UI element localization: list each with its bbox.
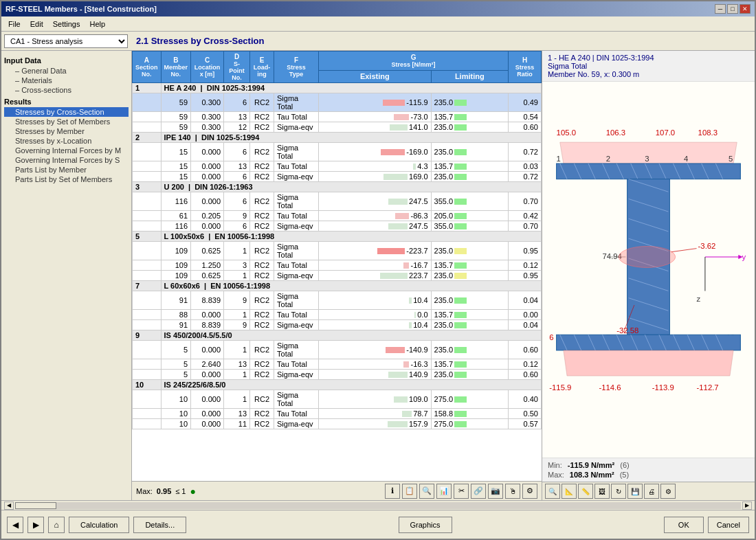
sidebar-item-parts-list-set[interactable]: Parts List by Set of Members	[4, 175, 129, 184]
export-tool-button[interactable]: 💾	[627, 484, 643, 499]
svg-text:-113.9: -113.9	[652, 383, 674, 392]
h-scroll-right-button[interactable]: ▶	[742, 502, 752, 510]
sidebar-item-stresses-x-location[interactable]: Stresses by x-Location	[4, 136, 129, 146]
svg-text:-115.9: -115.9	[549, 383, 571, 392]
footer-icon-group: ℹ 📋 🔍 📊 ✂ 🔗 📷 🖱 ⚙	[385, 484, 537, 499]
nav-home-button[interactable]: ⌂	[48, 517, 65, 533]
info-icon-button[interactable]: ℹ	[385, 484, 400, 499]
col-header-location: C Location x [m]	[191, 52, 224, 83]
cut-icon-button[interactable]: ✂	[454, 484, 469, 499]
sidebar-item-parts-list-member[interactable]: Parts List by Member	[4, 165, 129, 175]
menu-edit[interactable]: Edit	[26, 19, 47, 30]
calculation-button[interactable]: Calculation	[69, 517, 129, 533]
table-row[interactable]: 109 1.250 3 RC2 Tau Total -16.7	[133, 260, 542, 271]
sidebar-item-governing-internal-forces-s[interactable]: Governing Internal Forces by S	[4, 155, 129, 165]
h-scroll-track	[15, 502, 741, 509]
print-tool-button[interactable]: 🖨	[644, 484, 659, 499]
col-header-stresses: G Stress [N/mm²]	[319, 52, 509, 71]
zoom-tool-button[interactable]: 🔍	[545, 484, 560, 499]
sidebar: Input Data – General Data – Materials – …	[1, 51, 132, 500]
main-window: RF-STEEL Members - [Steel Construction] …	[0, 0, 756, 540]
table-row[interactable]: 116 0.000 6 RC2 Sigma-eqv 247.5	[133, 221, 542, 232]
analysis-dropdown[interactable]: CA1 - Stress analysis	[4, 34, 128, 48]
graphics-button[interactable]: Graphics	[399, 517, 452, 533]
nav-prev-button[interactable]: ◀	[7, 517, 23, 533]
sidebar-item-materials[interactable]: – Materials	[4, 76, 129, 85]
table-row[interactable]: 109 0.625 1 RC2 Sigma Total -223.7	[133, 242, 542, 260]
chart-icon-button[interactable]: 📊	[436, 484, 452, 499]
graphic-title-line1: 1 - HE A 240 | DIN 1025-3:1994	[548, 54, 749, 62]
table-row[interactable]: 5 0.000 1 RC2 Sigma-eqv 140.9	[133, 370, 542, 380]
max-value-graphic: 108.3 N/mm²	[570, 471, 614, 479]
col-header-loading: E Load- ing	[250, 52, 274, 83]
table-row[interactable]: 109 0.625 1 RC2 Sigma-eqv 223.7	[133, 271, 542, 281]
svg-text:-3.62: -3.62	[698, 242, 716, 250]
section-title: 2.1 Stresses by Cross-Section	[136, 36, 264, 46]
ok-button[interactable]: OK	[664, 517, 704, 533]
h-scroll-thumb[interactable]	[15, 502, 56, 509]
sidebar-results-section: Results	[4, 98, 129, 106]
settings-tool-button[interactable]: ⚙	[660, 484, 676, 499]
menu-settings[interactable]: Settings	[49, 19, 85, 30]
table-row[interactable]: 91 8.839 9 RC2 Sigma-eqv 10.4	[133, 320, 542, 330]
link-icon-button[interactable]: 🔗	[471, 484, 486, 499]
menu-bar: File Edit Settings Help	[1, 16, 755, 32]
sidebar-item-governing-internal-forces-m[interactable]: Governing Internal Forces by M	[4, 146, 129, 155]
render-tool-button[interactable]: 🖼	[594, 484, 610, 499]
table-row[interactable]: 10 0.000 1 RC2 Sigma Total 109.0	[133, 390, 542, 409]
camera-icon-button[interactable]: 📷	[488, 484, 503, 499]
col-header-spoint: D S-Point No.	[224, 52, 250, 83]
table-row[interactable]: 5 0.000 1 RC2 Sigma Total -140.9	[133, 341, 542, 359]
graphic-max-row: Max: 108.3 N/mm² (5)	[548, 471, 749, 479]
table-row[interactable]: 5 2.640 13 RC2 Tau Total -16.3	[133, 359, 542, 370]
title-controls: ─ □ ✕	[715, 4, 751, 14]
graphic-footer: Min: -115.9 N/mm² (6) Max: 108.3 N/mm² (…	[542, 458, 755, 482]
menu-file[interactable]: File	[4, 19, 25, 30]
table-row[interactable]: 10 0.000 11 RC2 Sigma-eqv 157.9	[133, 419, 542, 429]
table-row[interactable]: 15 0.000 6 RC2 Sigma Total -169.0	[133, 143, 542, 161]
table-wrapper[interactable]: A Section No. B Member No. C	[132, 51, 542, 481]
svg-text:105.0: 105.0	[557, 128, 576, 137]
settings-icon-button[interactable]: ⚙	[522, 484, 537, 499]
mouse-icon-button[interactable]: 🖱	[505, 484, 520, 499]
ruler-tool-button[interactable]: 📏	[578, 484, 593, 499]
sidebar-item-general-data[interactable]: – General Data	[4, 66, 129, 76]
close-button[interactable]: ✕	[740, 4, 751, 14]
cancel-button[interactable]: Cancel	[708, 517, 749, 533]
col-header-limiting: Limiting	[431, 70, 508, 82]
table-row[interactable]: 61 0.205 9 RC2 Tau Total -86.3	[133, 211, 542, 221]
svg-text:-32.58: -32.58	[616, 326, 638, 335]
table-row[interactable]: 15 0.000 6 RC2 Sigma-eqv 169.0	[133, 172, 542, 182]
table-row[interactable]: 59 0.300 13 RC2 Tau Total -73.0	[133, 112, 542, 122]
table-row[interactable]: 59 0.300 12 RC2 Sigma-eqv 141.0	[133, 122, 542, 133]
measure-tool-button[interactable]: 📐	[562, 484, 577, 499]
section-header-2: 2 IPE 140 | DIN 1025-5:1994	[133, 133, 542, 143]
search-icon-button[interactable]: 🔍	[419, 484, 434, 499]
table-row[interactable]: 91 8.839 9 RC2 Sigma Total 10.4	[133, 291, 542, 310]
sidebar-item-stresses-member[interactable]: Stresses by Member	[4, 126, 129, 136]
max-label: Max:	[136, 487, 153, 495]
minimize-button[interactable]: ─	[715, 4, 726, 14]
menu-help[interactable]: Help	[85, 19, 109, 30]
table-row[interactable]: 15 0.000 13 RC2 Tau Total 4.3	[133, 161, 542, 172]
table-row[interactable]: 116 0.000 6 RC2 Sigma Total 247.5	[133, 192, 542, 211]
copy-icon-button[interactable]: 📋	[402, 484, 417, 499]
table-row[interactable]: 59 0.300 6 RC2 Sigma Total -115.9	[133, 93, 542, 112]
sidebar-item-stresses-set-members[interactable]: Stresses by Set of Members	[4, 117, 129, 126]
section-header-7: 7 L 60x60x6 | EN 10056-1:1998	[133, 281, 542, 291]
h-scrollbar[interactable]: ◀ ▶	[1, 500, 755, 510]
sidebar-item-stresses-cross-section[interactable]: Stresses by Cross-Section	[4, 107, 129, 117]
details-button[interactable]: Details...	[133, 517, 186, 533]
rotate-tool-button[interactable]: ↻	[611, 484, 626, 499]
graphic-content: 105.0 106.3 107.0 108.3	[542, 82, 755, 458]
h-scroll-left-button[interactable]: ◀	[4, 502, 14, 510]
section-header-3: 3 U 200 | DIN 1026-1:1963	[133, 182, 542, 192]
sidebar-item-cross-sections[interactable]: – Cross-sections	[4, 85, 129, 95]
table-row[interactable]: 10 0.000 13 RC2 Tau Total 78.7	[133, 409, 542, 419]
maximize-button[interactable]: □	[727, 4, 738, 14]
svg-text:4: 4	[684, 155, 688, 163]
svg-text:-114.6: -114.6	[599, 383, 621, 392]
table-row[interactable]: 88 0.000 1 RC2 Tau Total 0.0	[133, 310, 542, 320]
col-header-existing: Existing	[319, 70, 432, 82]
nav-next-button[interactable]: ▶	[27, 517, 44, 533]
